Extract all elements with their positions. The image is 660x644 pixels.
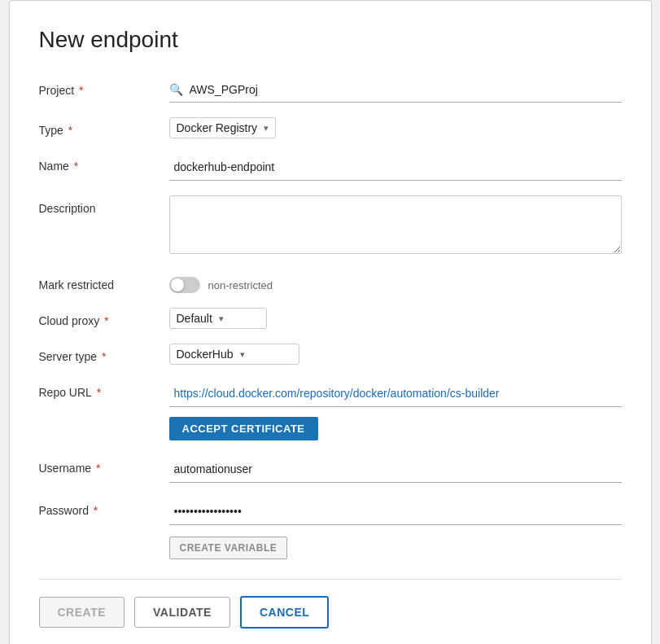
- name-input-wrap: [169, 153, 622, 181]
- validate-button[interactable]: VALIDATE: [134, 597, 230, 628]
- project-label: Project *: [39, 77, 169, 97]
- mark-restricted-row: Mark restricted non-restricted: [39, 272, 622, 293]
- cloud-proxy-label: Cloud proxy *: [39, 308, 169, 327]
- name-row: Name *: [39, 153, 622, 181]
- type-label: Type *: [39, 117, 169, 137]
- cloud-proxy-select[interactable]: Default ▾: [169, 308, 267, 329]
- chevron-down-icon: ▾: [240, 349, 245, 360]
- type-select-value: Docker Registry: [177, 121, 258, 134]
- name-input[interactable]: [169, 153, 622, 181]
- repo-url-row: Repo URL * ACCEPT CERTIFICATE: [39, 379, 622, 440]
- toggle-knob: [171, 278, 184, 291]
- dialog-title: New endpoint: [39, 27, 622, 53]
- new-endpoint-dialog: New endpoint Project * 🔍 Type * Docker R…: [9, 0, 652, 644]
- password-label: Password *: [39, 497, 169, 517]
- server-type-wrap: DockerHub ▾: [169, 344, 622, 365]
- name-label: Name *: [39, 153, 169, 173]
- repo-url-wrap: ACCEPT CERTIFICATE: [169, 379, 622, 440]
- chevron-down-icon: ▾: [219, 313, 224, 324]
- mark-restricted-wrap: non-restricted: [169, 272, 622, 293]
- server-type-row: Server type * DockerHub ▾: [39, 344, 622, 365]
- username-label: Username *: [39, 455, 169, 475]
- username-wrap: [169, 455, 622, 483]
- password-wrap: CREATE VARIABLE: [169, 497, 622, 559]
- type-input-wrap: Docker Registry ▾: [169, 117, 622, 138]
- chevron-down-icon: ▾: [264, 123, 269, 134]
- project-input[interactable]: [188, 77, 622, 102]
- username-input[interactable]: [169, 455, 622, 483]
- footer-buttons: CREATE VALIDATE CANCEL: [39, 596, 622, 629]
- description-label: Description: [39, 195, 169, 215]
- footer-divider: [39, 579, 622, 580]
- type-row: Type * Docker Registry ▾: [39, 117, 622, 138]
- cloud-proxy-row: Cloud proxy * Default ▾: [39, 308, 622, 329]
- repo-url-label: Repo URL *: [39, 379, 169, 399]
- repo-url-input[interactable]: [169, 379, 622, 407]
- description-row: Description: [39, 195, 622, 257]
- server-type-value: DockerHub: [177, 348, 234, 361]
- description-textarea[interactable]: [169, 195, 622, 254]
- cancel-button[interactable]: CANCEL: [240, 596, 329, 629]
- username-row: Username *: [39, 455, 622, 483]
- description-input-wrap: [169, 195, 622, 257]
- search-icon: 🔍: [169, 83, 183, 96]
- password-row: Password * CREATE VARIABLE: [39, 497, 622, 559]
- restricted-toggle[interactable]: [169, 277, 200, 293]
- project-row: Project * 🔍: [39, 77, 622, 103]
- mark-restricted-label: Mark restricted: [39, 272, 169, 291]
- server-type-label: Server type *: [39, 344, 169, 363]
- project-input-wrap: 🔍: [169, 77, 622, 103]
- cloud-proxy-value: Default: [177, 312, 212, 325]
- toggle-label: non-restricted: [208, 279, 273, 291]
- cloud-proxy-wrap: Default ▾: [169, 308, 622, 329]
- accept-certificate-button[interactable]: ACCEPT CERTIFICATE: [169, 417, 318, 440]
- create-button[interactable]: CREATE: [39, 597, 125, 628]
- type-select[interactable]: Docker Registry ▾: [169, 117, 277, 138]
- server-type-select[interactable]: DockerHub ▾: [169, 344, 299, 365]
- password-input[interactable]: [169, 497, 622, 525]
- create-variable-button[interactable]: CREATE VARIABLE: [169, 537, 288, 559]
